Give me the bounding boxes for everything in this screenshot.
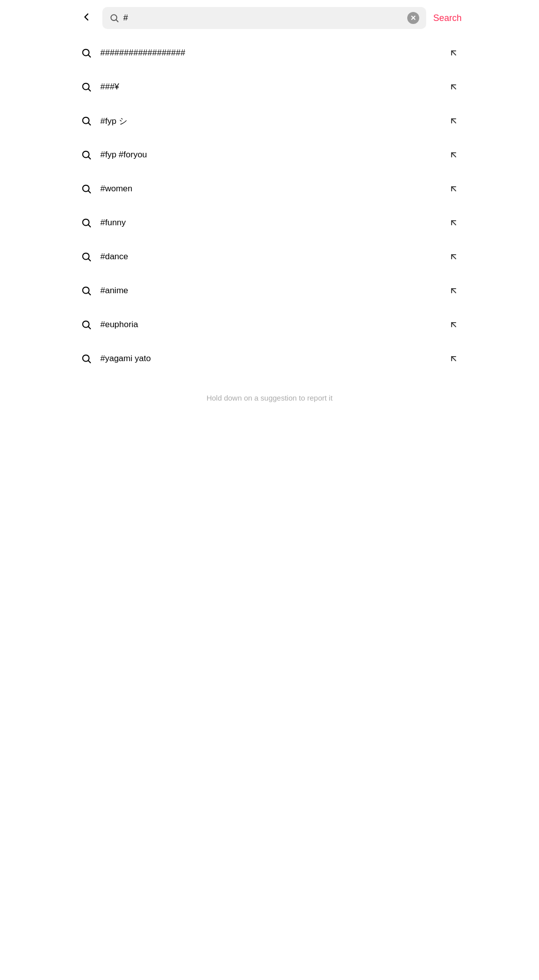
suggestion-arrow (446, 317, 462, 333)
svg-line-15 (88, 191, 90, 193)
suggestion-text: #women (95, 184, 446, 194)
clear-button[interactable]: ✕ (407, 12, 419, 24)
svg-line-18 (88, 225, 90, 227)
suggestion-arrow (446, 249, 462, 265)
arrow-upleft-icon (449, 218, 459, 228)
arrow-upleft-icon (449, 82, 459, 92)
arrow-upleft-icon (449, 320, 459, 330)
suggestion-search-icon (77, 316, 95, 334)
arrow-upleft-icon (449, 286, 459, 296)
suggestion-search-icon (77, 350, 95, 368)
search-icon-container (109, 13, 119, 23)
search-button[interactable]: Search (431, 11, 464, 25)
suggestion-search-icon (77, 146, 95, 164)
list-item[interactable]: #fyp シ (67, 104, 472, 138)
suggestion-arrow (446, 351, 462, 367)
suggestion-text: #anime (95, 286, 446, 296)
suggestion-text: ################## (95, 48, 446, 58)
suggestion-text: #yagami yato (95, 354, 446, 364)
suggestion-arrow (446, 45, 462, 61)
svg-line-10 (452, 119, 456, 123)
svg-line-9 (88, 123, 90, 125)
arrow-upleft-icon (449, 150, 459, 160)
back-icon (80, 11, 92, 25)
list-item[interactable]: #yagami yato (67, 342, 472, 376)
list-item[interactable]: ################## (67, 36, 472, 70)
suggestion-arrow (446, 283, 462, 299)
search-input[interactable] (123, 13, 403, 23)
suggestion-text: #euphoria (95, 320, 446, 330)
suggestion-search-icon (77, 180, 95, 198)
svg-line-16 (452, 187, 456, 191)
svg-line-28 (452, 323, 456, 327)
hint-text: Hold down on a suggestion to report it (67, 380, 472, 416)
svg-line-6 (88, 89, 90, 91)
suggestion-search-icon (77, 78, 95, 96)
arrow-upleft-icon (449, 252, 459, 262)
svg-line-27 (88, 327, 90, 329)
search-bar: ✕ (102, 7, 426, 29)
list-item[interactable]: #women (67, 172, 472, 206)
svg-line-13 (452, 153, 456, 157)
arrow-upleft-icon (449, 48, 459, 58)
svg-line-19 (452, 221, 456, 225)
svg-line-24 (88, 293, 90, 295)
svg-line-31 (452, 357, 456, 361)
arrow-upleft-icon (449, 116, 459, 126)
list-item[interactable]: #fyp #foryou (67, 138, 472, 172)
suggestion-text: #dance (95, 252, 446, 262)
suggestion-search-icon (77, 214, 95, 232)
svg-line-7 (452, 85, 456, 89)
header: ✕ Search (67, 0, 472, 36)
search-icon (109, 13, 119, 23)
suggestion-text: #funny (95, 218, 446, 228)
suggestion-search-icon (77, 44, 95, 62)
list-item[interactable]: ###¥ (67, 70, 472, 104)
suggestion-text: ###¥ (95, 82, 446, 92)
svg-line-1 (116, 20, 118, 22)
svg-line-21 (88, 259, 90, 261)
suggestion-arrow (446, 181, 462, 197)
suggestion-list: ################## ###¥ (67, 36, 472, 376)
svg-line-4 (452, 51, 456, 55)
suggestion-arrow (446, 113, 462, 129)
arrow-upleft-icon (449, 184, 459, 194)
back-button[interactable] (75, 7, 97, 29)
suggestion-arrow (446, 79, 462, 95)
suggestion-search-icon (77, 282, 95, 300)
svg-line-12 (88, 157, 90, 159)
suggestion-search-icon (77, 112, 95, 130)
list-item[interactable]: #anime (67, 274, 472, 308)
suggestion-text: #fyp シ (95, 115, 446, 127)
clear-icon: ✕ (410, 14, 416, 21)
suggestion-search-icon (77, 248, 95, 266)
svg-line-25 (452, 289, 456, 293)
svg-line-3 (88, 55, 90, 57)
suggestion-arrow (446, 215, 462, 231)
list-item[interactable]: #funny (67, 206, 472, 240)
svg-line-22 (452, 255, 456, 259)
svg-line-30 (88, 361, 90, 363)
suggestion-arrow (446, 147, 462, 163)
list-item[interactable]: #euphoria (67, 308, 472, 342)
suggestion-text: #fyp #foryou (95, 150, 446, 160)
arrow-upleft-icon (449, 354, 459, 364)
list-item[interactable]: #dance (67, 240, 472, 274)
